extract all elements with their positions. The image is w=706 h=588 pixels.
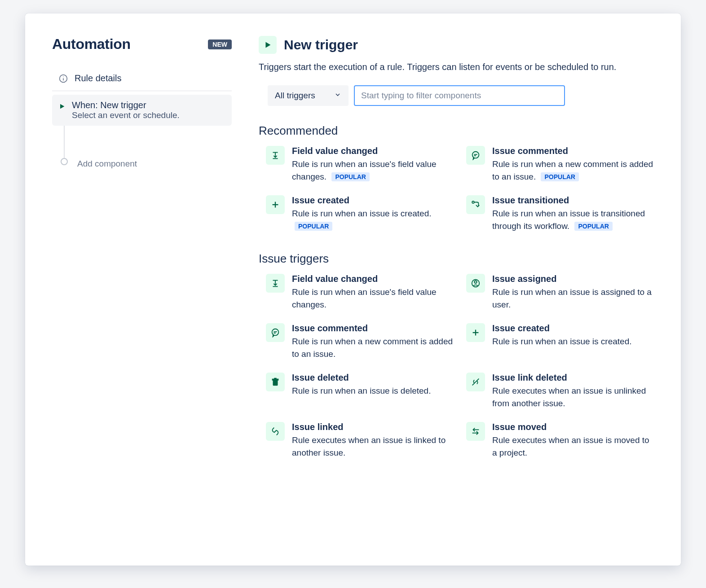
main-title: New trigger [284, 37, 358, 53]
trigger-title: Issue link deleted [492, 373, 654, 383]
field-icon [266, 274, 285, 293]
trigger-desc: Rule executes when an issue is unlinked … [492, 385, 654, 409]
trigger-title: Issue commented [492, 146, 654, 156]
add-component-button[interactable]: Add component [77, 159, 137, 168]
trigger-item[interactable]: Issue link deletedRule executes when an … [466, 373, 654, 409]
trigger-desc: Rule is run when an issue is assigned to… [492, 286, 654, 311]
trigger-item[interactable]: Issue createdRule is run when an issue i… [266, 195, 454, 232]
trigger-grid: Field value changedRule is run when an i… [259, 274, 654, 459]
trigger-item[interactable]: Issue deletedRule is run when an issue i… [266, 373, 454, 409]
timeline: Add component [64, 126, 232, 162]
svg-point-2 [63, 76, 64, 77]
trigger-title: Field value changed [292, 274, 454, 284]
main-content: New trigger Triggers start the execution… [259, 36, 654, 539]
trigger-item[interactable]: Issue transitionedRule is run when an is… [466, 195, 654, 232]
comment-icon [466, 146, 485, 165]
popular-badge: POPULAR [331, 172, 369, 181]
plus-icon [466, 323, 485, 342]
trigger-desc: Rule executes when an issue is linked to… [292, 434, 454, 459]
trigger-item[interactable]: Issue linkedRule executes when an issue … [266, 422, 454, 459]
trigger-item[interactable]: Issue movedRule executes when an issue i… [466, 422, 654, 459]
play-icon [58, 100, 66, 112]
svg-marker-3 [60, 104, 64, 109]
trigger-item[interactable]: Field value changedRule is run when an i… [266, 146, 454, 183]
section-title: Recommended [259, 124, 654, 138]
trigger-desc: Rule is run when an issue is created. PO… [292, 207, 454, 232]
user-icon [466, 274, 485, 293]
trigger-title: Issue deleted [292, 373, 454, 383]
main-header: New trigger [259, 36, 654, 54]
svg-marker-4 [265, 42, 270, 48]
transition-icon [466, 195, 485, 214]
filter-row: All triggers [268, 85, 654, 106]
select-label: All triggers [275, 91, 315, 101]
link-icon [266, 422, 285, 441]
page-header: Automation NEW [52, 36, 232, 53]
sidebar-step-trigger[interactable]: When: New trigger Select an event or sch… [52, 95, 232, 126]
trigger-desc: Rule executes when an issue is moved to … [492, 434, 654, 459]
filter-input[interactable] [354, 85, 565, 106]
trash-icon [266, 373, 285, 391]
sidebar-item-label: Rule details [75, 73, 122, 83]
trigger-item[interactable]: Field value changedRule is run when an i… [266, 274, 454, 311]
new-badge: NEW [208, 39, 232, 49]
step-title: When: New trigger [72, 100, 180, 110]
trigger-title: Issue created [292, 195, 454, 206]
trigger-item[interactable]: Issue assignedRule is run when an issue … [466, 274, 654, 311]
section-title: Issue triggers [259, 252, 654, 266]
trigger-desc: Rule is run when an issue's field value … [292, 158, 454, 183]
trigger-item[interactable]: Issue createdRule is run when an issue i… [466, 323, 654, 360]
trigger-desc: Rule is run when an issue is created. [492, 335, 654, 348]
plus-icon [266, 195, 285, 214]
trigger-grid: Field value changedRule is run when an i… [259, 146, 654, 232]
popular-badge: POPULAR [541, 172, 578, 181]
trigger-title: Issue commented [292, 323, 454, 333]
popular-badge: POPULAR [295, 222, 332, 231]
chevron-down-icon [334, 91, 341, 101]
page-title: Automation [52, 36, 131, 53]
trigger-title: Issue created [492, 323, 654, 333]
sidebar: Automation NEW Rule details When: New tr… [52, 36, 232, 539]
trigger-title: Field value changed [292, 146, 454, 156]
timeline-dot [61, 158, 68, 165]
trigger-category-select[interactable]: All triggers [268, 85, 349, 106]
trigger-item[interactable]: Issue commentedRule is run when a new co… [466, 146, 654, 183]
unlink-icon [466, 373, 485, 391]
step-subtitle: Select an event or schedule. [72, 110, 180, 120]
comment-icon [266, 323, 285, 342]
trigger-title: Issue linked [292, 422, 454, 432]
trigger-title: Issue assigned [492, 274, 654, 284]
trigger-item[interactable]: Issue commentedRule is run when a new co… [266, 323, 454, 360]
popular-badge: POPULAR [574, 222, 612, 231]
field-icon [266, 146, 285, 165]
sidebar-item-rule-details[interactable]: Rule details [52, 66, 232, 91]
trigger-desc: Rule is run when a new comment is added … [492, 158, 654, 183]
play-icon [259, 36, 277, 54]
trigger-desc: Rule is run when an issue's field value … [292, 286, 454, 311]
info-icon [58, 74, 68, 83]
intro-text: Triggers start the execution of a rule. … [259, 60, 654, 74]
trigger-desc: Rule is run when an issue is transitione… [492, 207, 654, 232]
trigger-desc: Rule is run when an issue is deleted. [292, 385, 454, 397]
trigger-desc: Rule is run when a new comment is added … [292, 335, 454, 360]
trigger-title: Issue transitioned [492, 195, 654, 206]
move-icon [466, 422, 485, 441]
trigger-title: Issue moved [492, 422, 654, 432]
automation-card: Automation NEW Rule details When: New tr… [25, 13, 681, 566]
